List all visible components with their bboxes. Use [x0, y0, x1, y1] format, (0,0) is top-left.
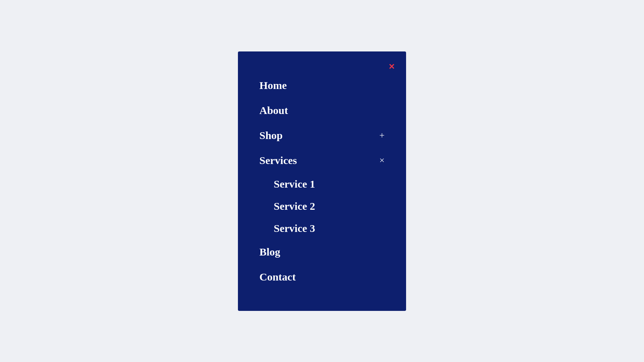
submenu-item-service3[interactable]: Service 3: [259, 217, 385, 239]
submenu-item-service1-label: Service 1: [274, 178, 315, 190]
submenu-item-service1[interactable]: Service 1: [259, 173, 385, 195]
nav-item-blog-label: Blog: [259, 246, 280, 258]
nav-item-shop[interactable]: Shop +: [259, 123, 385, 148]
submenu-item-service3-label: Service 3: [274, 222, 315, 234]
menu-panel: × Home About Shop + Services × Service 1…: [238, 51, 406, 311]
submenu-list: Service 1 Service 2 Service 3: [238, 173, 406, 239]
submenu-item-service2-label: Service 2: [274, 200, 315, 212]
nav-item-contact[interactable]: Contact: [259, 264, 385, 289]
nav-item-services-label: Services: [259, 154, 297, 167]
nav-item-home-label: Home: [259, 79, 287, 91]
nav-footer-list: Blog Contact: [238, 239, 406, 289]
shop-expand-icon[interactable]: +: [379, 131, 385, 140]
submenu-item-service2[interactable]: Service 2: [259, 195, 385, 217]
nav-item-about[interactable]: About: [259, 98, 385, 123]
nav-item-shop-label: Shop: [259, 129, 283, 142]
services-collapse-icon[interactable]: ×: [379, 156, 385, 165]
nav-item-blog[interactable]: Blog: [259, 239, 385, 264]
nav-item-contact-label: Contact: [259, 271, 296, 283]
nav-list: Home About Shop + Services ×: [238, 73, 406, 173]
nav-item-services[interactable]: Services ×: [259, 148, 385, 173]
close-button[interactable]: ×: [389, 61, 395, 71]
nav-item-home[interactable]: Home: [259, 73, 385, 98]
nav-item-about-label: About: [259, 104, 288, 116]
